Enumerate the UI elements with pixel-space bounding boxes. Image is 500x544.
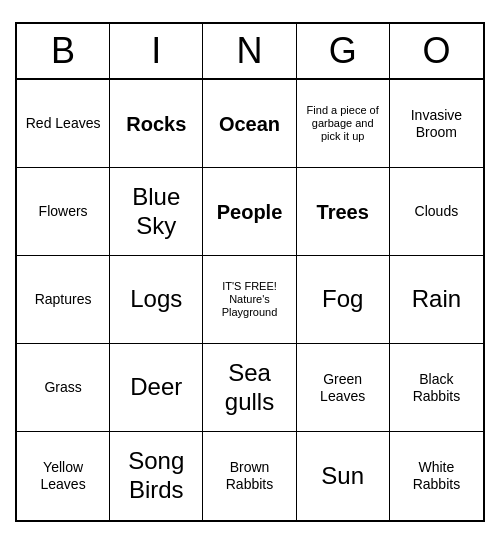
header-letter: G [297, 24, 390, 78]
bingo-header: BINGO [17, 24, 483, 80]
bingo-cell: IT'S FREE! Nature's Playground [203, 256, 296, 344]
header-letter: N [203, 24, 296, 78]
bingo-cell: Green Leaves [297, 344, 390, 432]
bingo-cell: Flowers [17, 168, 110, 256]
bingo-cell: Trees [297, 168, 390, 256]
bingo-cell: Fog [297, 256, 390, 344]
header-letter: O [390, 24, 483, 78]
bingo-cell: Black Rabbits [390, 344, 483, 432]
header-letter: B [17, 24, 110, 78]
bingo-cell: Grass [17, 344, 110, 432]
bingo-cell: Brown Rabbits [203, 432, 296, 520]
bingo-cell: White Rabbits [390, 432, 483, 520]
bingo-card: BINGO Red LeavesRocksOceanFind a piece o… [15, 22, 485, 522]
bingo-cell: Sea gulls [203, 344, 296, 432]
bingo-cell: Sun [297, 432, 390, 520]
bingo-cell: Invasive Broom [390, 80, 483, 168]
bingo-cell: Rain [390, 256, 483, 344]
bingo-cell: Yellow Leaves [17, 432, 110, 520]
bingo-cell: Red Leaves [17, 80, 110, 168]
bingo-grid: Red LeavesRocksOceanFind a piece of garb… [17, 80, 483, 520]
bingo-cell: People [203, 168, 296, 256]
bingo-cell: Deer [110, 344, 203, 432]
bingo-cell: Find a piece of garbage and pick it up [297, 80, 390, 168]
bingo-cell: Raptures [17, 256, 110, 344]
bingo-cell: Clouds [390, 168, 483, 256]
bingo-cell: Logs [110, 256, 203, 344]
header-letter: I [110, 24, 203, 78]
bingo-cell: Ocean [203, 80, 296, 168]
bingo-cell: Blue Sky [110, 168, 203, 256]
bingo-cell: Song Birds [110, 432, 203, 520]
bingo-cell: Rocks [110, 80, 203, 168]
